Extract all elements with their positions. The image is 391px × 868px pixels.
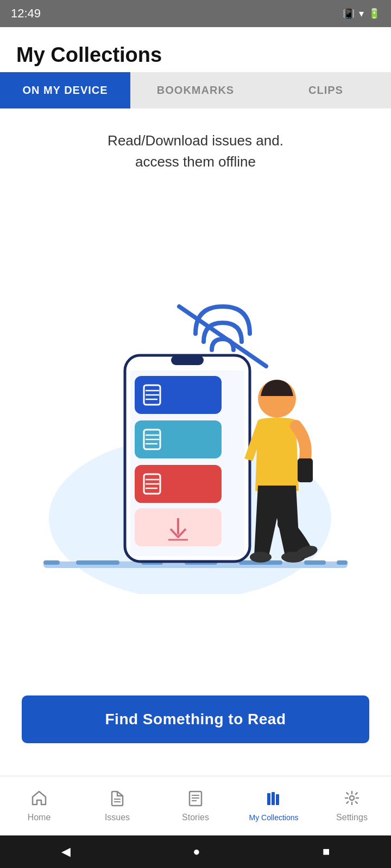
tabs-bar: ON MY DEVICE BOOKMARKS CLIPS [0,72,391,108]
nav-item-settings[interactable]: Settings [325,789,379,822]
svg-rect-33 [298,458,313,482]
status-time: 12:49 [11,7,41,21]
bottom-nav: Home Issues Stories [0,776,391,835]
offline-illustration [16,200,375,685]
recents-button[interactable]: ■ [323,845,330,859]
tab-on-my-device[interactable]: ON MY DEVICE [0,72,130,108]
svg-point-34 [250,552,272,563]
svg-rect-2 [43,560,60,565]
home-button[interactable]: ● [193,845,200,859]
svg-rect-3 [76,560,119,565]
svg-rect-45 [276,794,279,805]
header: My Collections [0,27,391,72]
nav-item-issues[interactable]: Issues [90,789,144,822]
nav-label-stories: Stories [182,813,209,822]
nav-label-home: Home [28,813,51,822]
home-icon [30,789,48,809]
nav-label-my-collections: My Collections [249,813,298,822]
system-bar: ◀ ● ■ [0,835,391,868]
battery-icon: 🔋 [368,8,380,20]
stories-icon [187,789,204,809]
vibrate-icon: 📳 [343,8,355,20]
settings-icon [343,789,361,809]
nav-label-issues: Issues [105,813,130,822]
nav-item-my-collections[interactable]: My Collections [247,790,301,822]
status-icons: 📳 ▾ 🔋 [343,8,380,20]
tab-bookmarks[interactable]: BOOKMARKS [130,72,261,108]
my-collections-icon [265,790,282,810]
tab-clips[interactable]: CLIPS [261,72,391,108]
wifi-icon: ▾ [359,8,364,20]
nav-label-settings: Settings [336,813,368,822]
nav-item-stories[interactable]: Stories [168,789,223,822]
main-content: Read/Download issues and. access them of… [0,108,391,776]
svg-rect-8 [337,560,348,565]
page-title: My Collections [16,43,375,67]
issues-icon [109,789,126,809]
status-bar: 12:49 📳 ▾ 🔋 [0,0,391,27]
back-button[interactable]: ◀ [61,845,71,859]
svg-rect-12 [171,355,204,365]
find-something-button[interactable]: Find Something to Read [22,695,369,743]
nav-item-home[interactable]: Home [12,789,66,822]
svg-rect-43 [267,793,270,805]
svg-rect-44 [272,792,275,805]
empty-state-message: Read/Download issues and. access them of… [108,130,283,173]
svg-rect-7 [304,560,326,565]
svg-point-46 [350,796,354,800]
